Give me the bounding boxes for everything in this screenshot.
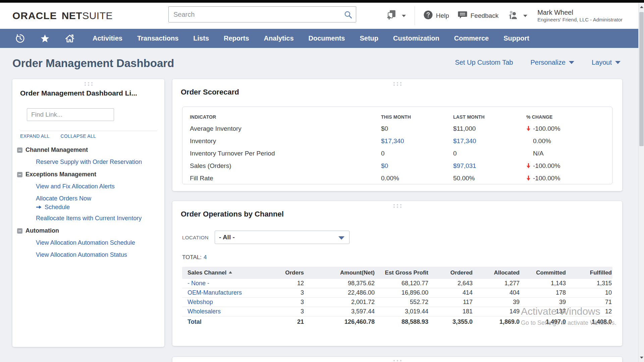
- shortcuts-star-icon[interactable]: [40, 34, 50, 43]
- portlet-title: Order Scorecard: [181, 88, 239, 97]
- links-tree: Channel Management Reserve Supply with O…: [12, 142, 164, 259]
- nav-item-activities[interactable]: Activities: [93, 35, 122, 42]
- location-dropdown[interactable]: - All -: [215, 231, 350, 244]
- decrease-arrow-icon: [526, 175, 533, 181]
- scroll-down-button[interactable]: [639, 354, 644, 361]
- this-month-link[interactable]: $0: [381, 162, 388, 169]
- portlet-drag-handle[interactable]: [393, 360, 401, 362]
- total-count-link[interactable]: 4: [204, 254, 207, 260]
- portlet-drag-handle[interactable]: [85, 82, 93, 86]
- nav-item-commerce[interactable]: Commerce: [454, 35, 489, 42]
- amount-cell: 22,486.00: [305, 289, 375, 296]
- help-button[interactable]: Help: [424, 10, 449, 21]
- col-amount[interactable]: Amount(Net): [305, 269, 375, 276]
- amount-cell: 2,001.72: [305, 299, 375, 306]
- nav-item-support[interactable]: Support: [503, 35, 529, 42]
- ordered-cell: 117: [429, 299, 473, 306]
- feedback-button[interactable]: Feedback: [458, 10, 498, 21]
- divider: [20, 131, 157, 131]
- tree-link[interactable]: View Allocation Automation Schedule: [36, 238, 158, 247]
- tree-link[interactable]: Allocate Orders Now: [36, 194, 158, 203]
- col-fulfilled[interactable]: Fulfilled: [567, 269, 612, 276]
- col-indicator: INDICATOR: [190, 114, 381, 120]
- search-icon[interactable]: [344, 10, 353, 20]
- table-row: Wholesalers 3 3,597.44 3,019.44 181 149 …: [182, 307, 612, 316]
- collapse-all-link[interactable]: COLLAPSE ALL: [61, 133, 96, 139]
- tree-section: Exceptions Management View and Fix Alloc…: [12, 170, 164, 223]
- nav-item-transactions[interactable]: Transactions: [137, 35, 178, 42]
- col-orders[interactable]: Orders: [264, 269, 305, 276]
- nav-item-analytics[interactable]: Analytics: [264, 35, 294, 42]
- tree-link[interactable]: Reallocate Items with Current Inventory: [36, 214, 158, 223]
- col-allocated[interactable]: Allocated: [473, 269, 520, 276]
- order-scorecard-portlet: Order Scorecard INDICATOR THIS MONTH LAS…: [172, 79, 622, 191]
- create-new-icon: [386, 9, 397, 22]
- profit-cell: 3,019.44: [375, 308, 429, 315]
- user-info[interactable]: Mark Wheel Engineers' Friend, LLC - Admi…: [537, 8, 623, 23]
- sales-channel-link[interactable]: Wholesalers: [187, 308, 221, 315]
- col-last-month: LAST MONTH: [453, 114, 526, 120]
- main-navigation: Activities Transactions Lists Reports An…: [0, 29, 644, 48]
- ordered-cell: 3,355.0: [429, 318, 473, 325]
- scroll-up-button[interactable]: [639, 3, 644, 11]
- user-role: Engineers' Friend, LLC - Administrator: [537, 17, 623, 23]
- tree-link[interactable]: View and Fix Allocation Alerts: [36, 182, 158, 191]
- indicator-cell: Fill Rate: [190, 175, 381, 182]
- home-icon[interactable]: [64, 34, 75, 44]
- logo-suite-text: SUITE: [82, 10, 113, 21]
- sales-channel-link[interactable]: OEM-Manufacturers: [187, 289, 242, 296]
- nav-item-setup[interactable]: Setup: [360, 35, 378, 42]
- change-cell: 0.00%: [533, 137, 551, 145]
- recent-records-icon[interactable]: [15, 34, 25, 44]
- schedule-arrow-icon: [36, 204, 42, 210]
- ordered-cell: 2,643: [429, 280, 473, 287]
- vertical-scrollbar: [638, 3, 644, 362]
- portlet-drag-handle[interactable]: [393, 204, 401, 208]
- collapse-section-icon[interactable]: [17, 172, 22, 177]
- portlet-drag-handle[interactable]: [393, 82, 401, 86]
- sales-channel-link[interactable]: Webshop: [187, 299, 213, 306]
- col-ordered[interactable]: Ordered: [429, 269, 473, 276]
- nav-item-lists[interactable]: Lists: [193, 35, 209, 42]
- roles-menu[interactable]: [507, 10, 527, 22]
- scorecard-table: INDICATOR THIS MONTH LAST MONTH % CHANGE…: [182, 107, 612, 184]
- sales-channel-link[interactable]: - None -: [187, 280, 209, 287]
- collapse-section-icon[interactable]: [17, 147, 22, 153]
- tree-section: Channel Management Reserve Supply with O…: [12, 145, 164, 167]
- tree-link[interactable]: Reserve Supply with Order Reservation: [36, 158, 158, 167]
- allocated-cell: 1,277: [473, 280, 520, 287]
- col-committed[interactable]: Committed: [520, 269, 567, 276]
- col-sales-channel[interactable]: Sales Channel: [182, 269, 264, 276]
- personalize-menu[interactable]: Personalize: [530, 59, 574, 66]
- set-up-custom-tab-link[interactable]: Set Up Custom Tab: [455, 59, 513, 66]
- scrollbar-thumb[interactable]: [639, 12, 644, 146]
- last-month-link[interactable]: $17,340: [453, 137, 476, 144]
- this-month-link[interactable]: $17,340: [381, 137, 404, 144]
- tree-link[interactable]: View Allocation Automation Status: [36, 250, 158, 259]
- expand-all-link[interactable]: EXPAND ALL: [20, 133, 50, 139]
- last-month-link[interactable]: $97,031: [453, 162, 476, 169]
- nav-item-reports[interactable]: Reports: [224, 35, 249, 42]
- nav-item-documents[interactable]: Documents: [309, 35, 345, 42]
- search-input[interactable]: [169, 7, 356, 22]
- scorecard-row: Inventory Turnover Per Period 0 0 N/A: [182, 147, 612, 160]
- topbar-actions: Help Feedback: [386, 5, 623, 26]
- indicator-cell: Average Inventory: [190, 125, 381, 132]
- create-new-menu[interactable]: [386, 9, 406, 22]
- table-total-row: Total 21 126,460.78 88,588.93 3,355.0 1,…: [182, 316, 612, 327]
- feedback-icon: [458, 10, 467, 21]
- fulfilled-cell: 1,315: [567, 280, 612, 287]
- allocated-cell: 149: [473, 308, 520, 315]
- tree-link[interactable]: Schedule: [45, 204, 70, 211]
- find-link-input[interactable]: [27, 108, 114, 121]
- orders-cell: 12: [264, 280, 305, 287]
- collapse-section-icon[interactable]: [17, 228, 22, 234]
- amount-cell: 126,460.78: [305, 318, 375, 325]
- last-month-cell: $11,000: [453, 125, 526, 132]
- col-profit[interactable]: Est Gross Profit: [375, 269, 429, 276]
- scorecard-header-row: INDICATOR THIS MONTH LAST MONTH % CHANGE: [182, 112, 612, 122]
- this-month-cell: $0: [381, 125, 453, 132]
- nav-item-customization[interactable]: Customization: [393, 35, 439, 42]
- oracle-netsuite-logo: ORACLENETSUITE: [12, 10, 113, 21]
- layout-menu[interactable]: Layout: [592, 59, 621, 66]
